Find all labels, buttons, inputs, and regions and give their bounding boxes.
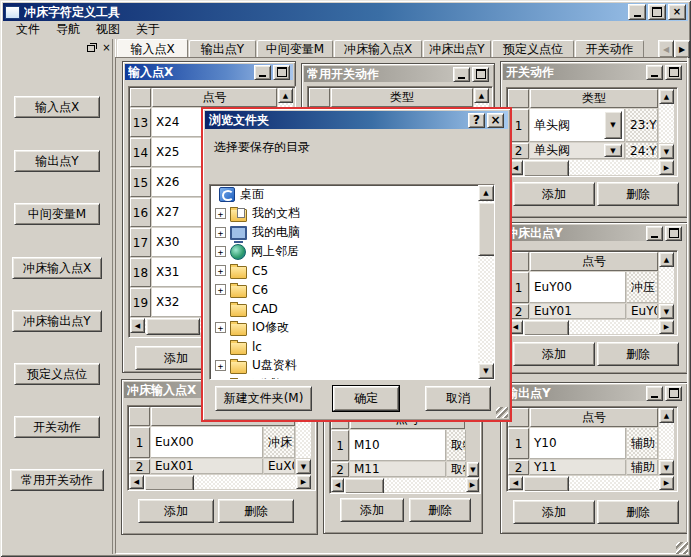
scroll-down-icon[interactable]: ▼ [467,462,479,477]
title-bar[interactable]: 冲床字符定义工具 × [3,3,688,21]
maximize-button[interactable] [665,386,682,401]
sidebar-button-press-input-x[interactable]: 冲床输入点X [12,257,102,279]
scrollbar-thumb[interactable] [146,318,200,335]
delete-button[interactable]: 删除 [409,498,471,522]
expand-icon[interactable]: + [215,208,226,219]
scroll-right-icon[interactable]: ▶ [659,476,674,490]
window-resize-grip[interactable] [676,542,688,554]
minimize-button[interactable] [628,4,646,20]
maximize-button[interactable] [472,67,489,82]
scroll-right-icon[interactable]: ▶ [466,478,479,492]
scrollbar-thumb[interactable] [344,478,384,494]
sidebar-button-switch-action[interactable]: 开关动作 [14,416,100,438]
point-cell[interactable]: EuY01 [530,304,626,319]
menu-navigate[interactable]: 导航 [48,20,88,40]
delete-button[interactable]: 删除 [597,342,679,366]
scroll-down-icon[interactable]: ▼ [659,144,674,159]
dialog-resize-grip[interactable] [496,407,508,418]
child-title-bar[interactable]: 冲床出点Y [503,225,685,241]
point-cell[interactable]: Y11 [530,460,626,475]
scroll-right-icon[interactable]: ▶ [659,320,674,334]
float-pane-icon[interactable] [84,42,97,54]
scrollbar-track[interactable] [659,104,674,143]
scrollbar-thumb[interactable] [523,320,569,336]
scroll-right-icon[interactable]: ▶ [659,160,674,175]
help-icon[interactable]: ? [468,113,485,128]
combo-down-icon[interactable]: ▼ [604,111,622,139]
add-button[interactable]: 添加 [138,499,214,523]
scroll-up-icon[interactable]: ▲ [474,88,489,103]
scroll-up-icon[interactable]: ▲ [659,408,674,423]
minimize-button[interactable] [646,65,663,80]
delete-button[interactable]: 删除 [218,499,294,523]
add-button[interactable]: 添加 [340,498,404,522]
maximize-button[interactable] [273,65,290,80]
tab-switch-action[interactable]: 开关动作 [575,40,644,58]
tree-item-test-records[interactable]: 测试记录 [210,375,494,380]
scroll-left-icon[interactable]: ◀ [129,475,144,489]
combo-down-icon[interactable]: ▼ [604,144,622,157]
sidebar-button-common-switch[interactable]: 常用开关动作 [10,469,104,491]
expand-icon[interactable]: + [215,246,226,257]
desc-cell[interactable]: 冲床 [264,427,295,458]
point-cell[interactable]: Y10 [530,428,626,459]
delete-button[interactable]: 删除 [597,500,679,524]
cancel-button[interactable]: 取消 [425,386,491,411]
tree-item-network[interactable]: + 网上邻居 [210,242,494,261]
scroll-up-icon[interactable]: ▲ [659,89,674,104]
child-title-bar[interactable]: 输出点Y [503,385,685,401]
value-cell[interactable]: 24:Y4 [626,143,658,159]
scrollbar-track[interactable] [659,423,674,459]
tree-item-cad[interactable]: CAD [210,299,494,318]
scroll-up-icon[interactable]: ▲ [478,185,494,201]
scroll-down-icon[interactable]: ▼ [478,363,494,379]
child-title-bar[interactable]: 输入点X [125,64,293,80]
expand-icon[interactable]: + [215,265,226,276]
expand-icon[interactable]: + [215,322,226,333]
child-title-bar[interactable]: 常用开关动作 [304,66,492,82]
desc-cell[interactable]: 取物 [447,462,466,477]
tab-predefined[interactable]: 预定义点位 [492,40,574,58]
minimize-button[interactable] [646,226,663,241]
value-cell[interactable]: 23:Y3 [626,109,658,142]
close-icon[interactable]: × [487,113,504,128]
add-button[interactable]: 添加 [513,342,595,366]
scrollbar-track[interactable] [296,422,311,458]
minimize-button[interactable] [254,65,271,80]
point-cell[interactable]: M11 [350,462,446,477]
scroll-down-icon[interactable]: ▼ [296,459,311,474]
sidebar-button-press-output-y[interactable]: 冲床输出点Y [12,310,102,332]
sidebar-button-var-m[interactable]: 中间变量M [14,203,100,225]
child-title-bar[interactable]: 开关动作 [503,64,685,80]
desc-cell[interactable]: EuX0 [264,459,295,474]
scrollbar-thumb[interactable] [523,476,569,492]
minimize-button[interactable] [646,386,663,401]
scroll-down-icon[interactable]: ▼ [659,304,674,319]
scroll-up-icon[interactable]: ▲ [659,252,674,267]
desc-cell[interactable]: EuY0 [627,304,658,319]
maximize-button[interactable] [665,226,682,241]
delete-button[interactable]: 删除 [597,182,679,206]
expand-icon[interactable]: + [215,227,226,238]
tab-output-y[interactable]: 输出点Y [189,40,256,58]
tab-scroll-right-icon[interactable]: ▶ [674,40,690,58]
expand-icon[interactable]: + [215,284,226,295]
sidebar-button-predefined[interactable]: 预定义点位 [14,363,100,385]
minimize-button[interactable] [453,67,470,82]
scroll-up-icon[interactable]: ▲ [278,88,293,103]
tree-item-my-computer[interactable]: + 我的电脑 [210,223,494,242]
dialog-title-bar[interactable]: 浏览文件夹 ? × [205,111,508,129]
add-button[interactable]: 添加 [513,500,595,524]
point-cell[interactable]: EuY00 [530,272,626,303]
menu-about[interactable]: 关于 [128,20,168,40]
ok-button[interactable]: 确定 [333,386,399,411]
tab-input-x[interactable]: 输入点X [117,39,188,58]
combo-type[interactable]: 单头阀 ▼ [530,143,625,159]
sidebar-button-input-x[interactable]: 输入点X [14,96,100,118]
desc-cell[interactable]: 冲压 [627,272,658,303]
maximize-button[interactable] [665,65,682,80]
add-button[interactable]: 添加 [513,182,595,206]
desc-cell[interactable]: 取物 [447,430,466,461]
tab-press-out-y[interactable]: 冲床出点Y [423,40,491,58]
tree-item-c6[interactable]: + C6 [210,280,494,299]
